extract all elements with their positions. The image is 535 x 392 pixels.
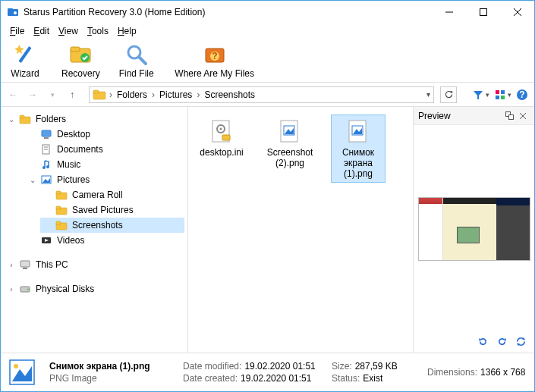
this-pc-icon (19, 259, 31, 271)
preview-body (414, 125, 534, 333)
find-file-icon (124, 42, 149, 67)
menu-tools[interactable]: Tools (83, 24, 113, 38)
tree-item-this-pc[interactable]: ›This PC (4, 257, 184, 272)
recovery-button[interactable]: Recovery (61, 42, 100, 79)
svg-text:?: ? (519, 89, 524, 100)
disk-icon (19, 283, 31, 295)
folder-tree: ⌄ Folders Desktop Documents Music ⌄Pictu… (1, 107, 188, 353)
tree-item-music[interactable]: Music (25, 157, 184, 172)
details-bar: Снимок экрана (1).png PNG Image Date mod… (1, 353, 534, 391)
details-size-label: Size: (332, 361, 352, 372)
expand-icon[interactable]: › (7, 261, 16, 269)
minimize-button[interactable] (432, 1, 466, 24)
svg-point-70 (14, 364, 18, 368)
music-icon (40, 158, 52, 171)
recovery-icon (68, 42, 93, 67)
preview-close-button[interactable] (516, 112, 530, 120)
breadcrumb[interactable]: › Folders › Pictures › Screenshots ▾ (89, 86, 434, 103)
refresh-button[interactable] (440, 86, 457, 103)
rotate-left-button[interactable] (477, 336, 489, 350)
tree-label: Videos (55, 234, 86, 246)
file-name: desktop.ini (200, 147, 243, 158)
title-bar: Starus Partition Recovery 3.0 (Home Edit… (1, 1, 534, 24)
svg-line-13 (139, 57, 146, 64)
wizard-button[interactable]: Wizard (7, 42, 43, 79)
nav-back-button[interactable]: ← (7, 89, 19, 101)
svg-point-35 (46, 165, 49, 168)
main-pane: desktop.ini Screenshot (2).png Снимок эк… (188, 107, 534, 353)
details-created-value: 19.02.2020 01:51 (241, 373, 311, 384)
chevron-right-icon: › (197, 89, 200, 100)
folder-icon (55, 189, 68, 201)
main-toolbar: Wizard Recovery Find File ? Where Are My… (1, 39, 534, 83)
chevron-right-icon: › (152, 89, 155, 100)
tree-label: Saved Pictures (71, 204, 135, 216)
svg-marker-20 (474, 91, 483, 99)
collapse-icon[interactable]: ⌄ (7, 115, 16, 124)
svg-rect-53 (222, 135, 230, 140)
svg-rect-39 (56, 191, 61, 194)
file-item[interactable]: desktop.ini (194, 114, 249, 162)
svg-point-2 (14, 11, 17, 14)
refresh-preview-button[interactable] (515, 336, 527, 350)
wizard-icon (13, 42, 37, 67)
breadcrumb-dropdown-icon[interactable]: ▾ (426, 90, 430, 99)
tree-item-physical-disks[interactable]: ›Physical Disks (4, 281, 184, 296)
expand-icon[interactable]: › (7, 285, 16, 293)
svg-rect-47 (23, 268, 27, 269)
window-title: Starus Partition Recovery 3.0 (Home Edit… (24, 7, 432, 17)
tree-item-screenshots[interactable]: Screenshots (40, 218, 184, 233)
file-list[interactable]: desktop.ini Screenshot (2).png Снимок эк… (188, 107, 413, 353)
tree-item-desktop[interactable]: Desktop (25, 127, 184, 142)
where-label: Where Are My Files (175, 68, 254, 79)
svg-rect-23 (496, 96, 499, 99)
svg-rect-18 (93, 90, 99, 93)
svg-rect-30 (44, 137, 49, 139)
close-button[interactable] (500, 1, 534, 24)
tree-label: Screenshots (71, 219, 124, 231)
tree-item-pictures[interactable]: ⌄Pictures (25, 172, 184, 187)
tree-item-camera-roll[interactable]: Camera Roll (40, 187, 184, 202)
nav-history-dropdown[interactable]: ▾ (46, 89, 58, 101)
videos-icon (40, 234, 52, 246)
details-size-value: 287,59 KB (355, 361, 398, 372)
svg-rect-46 (20, 261, 30, 267)
crumb-folders[interactable]: Folders (115, 89, 149, 100)
file-item[interactable]: Снимок экрана (1).png (331, 114, 386, 183)
crumb-screenshots[interactable]: Screenshots (203, 89, 256, 100)
maximize-button[interactable] (466, 1, 500, 24)
svg-rect-41 (56, 206, 61, 209)
tree-item-documents[interactable]: Documents (25, 142, 184, 157)
svg-marker-8 (14, 44, 24, 54)
details-dimensions-label: Dimensions: (427, 367, 477, 378)
menu-help[interactable]: Help (113, 24, 141, 38)
wizard-label: Wizard (11, 68, 39, 79)
nav-forward-button[interactable]: → (27, 89, 39, 101)
tree-item-videos[interactable]: Videos (25, 233, 184, 248)
menu-view[interactable]: View (54, 24, 83, 38)
collapse-icon[interactable]: ⌄ (28, 176, 37, 184)
where-are-my-files-button[interactable]: ? Where Are My Files (173, 42, 256, 79)
find-file-button[interactable]: Find File (118, 42, 155, 79)
help-button[interactable]: ? (516, 89, 528, 101)
preview-popout-button[interactable] (502, 111, 516, 120)
file-item[interactable]: Screenshot (2).png (263, 114, 317, 172)
desktop-icon (40, 128, 52, 140)
filter-button[interactable]: ▾ (472, 89, 489, 101)
menu-edit[interactable]: Edit (29, 24, 54, 38)
menu-file[interactable]: File (5, 24, 29, 38)
rotate-right-button[interactable] (496, 336, 508, 350)
navigation-bar: ← → ▾ ↑ › Folders › Pictures › Screensho… (1, 83, 534, 107)
details-filetype: PNG Image (49, 373, 171, 384)
view-mode-button[interactable]: ▾ (494, 89, 511, 101)
tree-item-folders[interactable]: ⌄ Folders (4, 111, 184, 127)
tree-label: Camera Roll (71, 189, 124, 201)
tree-item-saved-pictures[interactable]: Saved Pictures (40, 202, 184, 218)
where-icon: ? (203, 42, 227, 67)
svg-point-34 (42, 166, 46, 169)
crumb-pictures[interactable]: Pictures (158, 89, 194, 100)
nav-up-button[interactable]: ↑ (66, 89, 78, 101)
pictures-icon (40, 174, 52, 186)
content-area: ⌄ Folders Desktop Documents Music ⌄Pictu… (1, 107, 534, 353)
tree-label: Music (55, 158, 82, 171)
